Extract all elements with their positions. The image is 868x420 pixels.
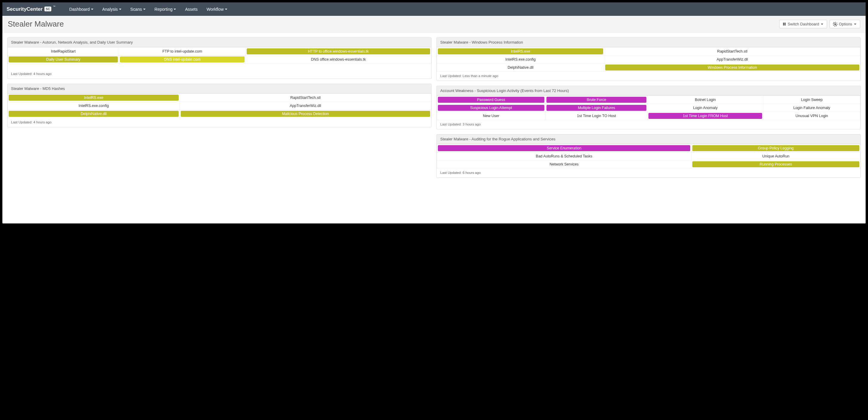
nav-item-label: Analysis (102, 7, 118, 12)
table-cell: RapidStartTech.stl (180, 93, 431, 102)
indicator-pill[interactable]: IntelRapidStart (9, 48, 118, 54)
table-cell: New User (437, 112, 546, 120)
indicator-pill[interactable]: DelphiNative.dll (438, 64, 603, 71)
indicator-pill[interactable]: Suspicious Login Attempt (438, 105, 545, 111)
indicator-pill[interactable]: Windows Process Information (605, 64, 859, 71)
right-column: Stealer Malware - Windows Process Inform… (436, 37, 861, 178)
indicator-pill[interactable]: IntelRS.exe.config (438, 56, 603, 62)
indicator-pill[interactable]: HTTP to office.windows-essentials.tk (247, 48, 430, 54)
table-cell: Group Policy Logging (691, 144, 861, 152)
indicator-pill[interactable]: Brute Force (547, 97, 646, 103)
table-cell: Password Guess (437, 96, 546, 104)
indicator-pill[interactable]: AppTransferWiz.dll (181, 103, 430, 109)
indicator-pill[interactable]: 1st Time Login TO Host (547, 113, 646, 119)
table-cell: DNS office.windows-essentials.tk (246, 56, 431, 64)
indicator-pill[interactable]: New User (438, 113, 545, 119)
indicator-pill[interactable]: Login Sweep (764, 97, 859, 103)
table-row: IntelRapidStartFTP to intel-update.comHT… (8, 48, 431, 56)
indicator-pill[interactable]: Multiple Login Failures (547, 105, 646, 111)
table-row: Daily User SummaryDNS intel-update.comDN… (8, 56, 431, 64)
pill-table: Password GuessBrute ForceBotnet LoginLog… (437, 95, 861, 120)
panel-md5: Stealer Malware - MD5 HashesIntelRS.exeR… (7, 84, 432, 127)
indicator-pill[interactable]: Unique AutoRun (692, 153, 859, 159)
chevron-down-icon (821, 24, 823, 25)
panel-rogue: Stealer Malware - Auditing for the Rogue… (436, 134, 861, 178)
indicator-pill[interactable]: IntelRS.exe (9, 95, 179, 101)
panel-wpi: Stealer Malware - Windows Process Inform… (436, 37, 861, 81)
indicator-pill[interactable]: RapidStartTech.stl (181, 95, 430, 101)
indicator-pill[interactable]: Login Failure Anomaly (764, 105, 859, 111)
options-button[interactable]: Options (830, 20, 860, 28)
chevron-down-icon (119, 9, 121, 10)
dashboard-content: Stealer Malware - Autorun, Network Analy… (2, 33, 866, 183)
chevron-down-icon (854, 24, 856, 25)
indicator-pill[interactable]: RapidStartTech.stl (605, 48, 859, 54)
nav-item-reporting[interactable]: Reporting (153, 3, 178, 15)
table-cell: IntelRapidStart (8, 48, 119, 56)
switch-dashboard-button[interactable]: Switch Dashboard (779, 20, 828, 28)
nav-item-dashboard[interactable]: Dashboard (67, 3, 95, 15)
panel-header: Stealer Malware - MD5 Hashes (7, 84, 431, 93)
table-cell: Windows Process Information (604, 64, 861, 72)
table-cell: 1st Time Login FROM Host (648, 112, 763, 120)
nav-item-label: Dashboard (69, 7, 90, 12)
indicator-pill[interactable]: DNS intel-update.com (120, 56, 245, 62)
nav-item-label: Scans (130, 7, 142, 12)
table-row: DelphiNative.dllWindows Process Informat… (437, 64, 861, 72)
nav-item-scans[interactable]: Scans (129, 3, 147, 15)
title-bar: Stealer Malware Switch Dashboard Options (2, 16, 866, 33)
table-cell: 1st Time Login TO Host (546, 112, 648, 120)
indicator-pill[interactable]: 1st Time Login FROM Host (648, 113, 762, 119)
table-cell: DelphiNative.dll (8, 110, 180, 118)
panel-header: Stealer Malware - Auditing for the Rogue… (437, 134, 861, 144)
table-cell: Malicious Process Detection (180, 110, 431, 118)
indicator-pill[interactable]: Group Policy Logging (692, 145, 859, 151)
logo[interactable]: SecurityCenter SC ™ (6, 6, 56, 12)
indicator-pill[interactable]: Unusual VPN Login (764, 113, 859, 119)
table-cell: Bad AutoRuns & Scheduled Tasks (437, 152, 691, 161)
indicator-pill[interactable]: Password Guess (438, 97, 545, 103)
indicator-pill[interactable]: IntelRS.exe.config (9, 103, 179, 109)
indicator-pill[interactable]: DNS office.windows-essentials.tk (247, 56, 430, 62)
nav-item-workflow[interactable]: Workflow (205, 3, 229, 15)
table-cell: Multiple Login Failures (546, 104, 648, 112)
table-row: IntelRS.exeRapidStartTech.stl (8, 93, 431, 102)
table-cell: Daily User Summary (8, 56, 119, 64)
indicator-pill[interactable]: Daily User Summary (9, 56, 118, 62)
table-cell: Login Anomaly (648, 104, 763, 112)
table-cell: RapidStartTech.stl (604, 48, 861, 56)
table-row: Bad AutoRuns & Scheduled TasksUnique Aut… (437, 152, 861, 161)
table-cell: Running Processes (691, 161, 861, 168)
indicator-pill[interactable]: Botnet Login (648, 97, 762, 103)
table-cell: Unique AutoRun (691, 152, 861, 161)
table-cell: AppTransferWiz.dll (180, 102, 431, 110)
indicator-pill[interactable]: IntelRS.exe (438, 48, 603, 54)
table-cell: Service Enumeration (437, 144, 691, 152)
panel-autorun: Stealer Malware - Autorun, Network Analy… (7, 37, 432, 79)
nav-item-assets[interactable]: Assets (183, 3, 199, 15)
table-cell: FTP to intel-update.com (119, 48, 246, 56)
table-row: IntelRS.exeRapidStartTech.stl (437, 48, 861, 56)
indicator-pill[interactable]: FTP to intel-update.com (120, 48, 245, 54)
indicator-pill[interactable]: AppTransferWiz.dll (605, 56, 859, 62)
indicator-pill[interactable]: Running Processes (692, 161, 859, 167)
pill-table: IntelRS.exeRapidStartTech.stlIntelRS.exe… (7, 93, 431, 118)
page-title: Stealer Malware (8, 20, 64, 29)
nav-items: DashboardAnalysisScansReportingAssetsWor… (67, 3, 229, 15)
indicator-pill[interactable]: Login Anomaly (648, 105, 762, 111)
table-cell: IntelRS.exe (8, 93, 180, 102)
pill-table: IntelRapidStartFTP to intel-update.comHT… (7, 47, 431, 69)
indicator-pill[interactable]: DelphiNative.dll (9, 111, 179, 117)
indicator-pill[interactable]: Network Services (438, 161, 690, 167)
panel-account: Account Weakness - Suspicious Login Acti… (436, 86, 861, 129)
chevron-down-icon (174, 9, 176, 10)
gear-icon (833, 22, 837, 26)
indicator-pill[interactable]: Malicious Process Detection (181, 111, 430, 117)
pill-table: IntelRS.exeRapidStartTech.stlIntelRS.exe… (437, 47, 861, 72)
nav-item-analysis[interactable]: Analysis (100, 3, 123, 15)
chevron-down-icon (225, 9, 227, 10)
table-cell: Login Failure Anomaly (763, 104, 861, 112)
panel-footer: Last Updated: 4 hours ago (7, 69, 431, 79)
indicator-pill[interactable]: Bad AutoRuns & Scheduled Tasks (438, 153, 690, 159)
indicator-pill[interactable]: Service Enumeration (438, 145, 690, 151)
